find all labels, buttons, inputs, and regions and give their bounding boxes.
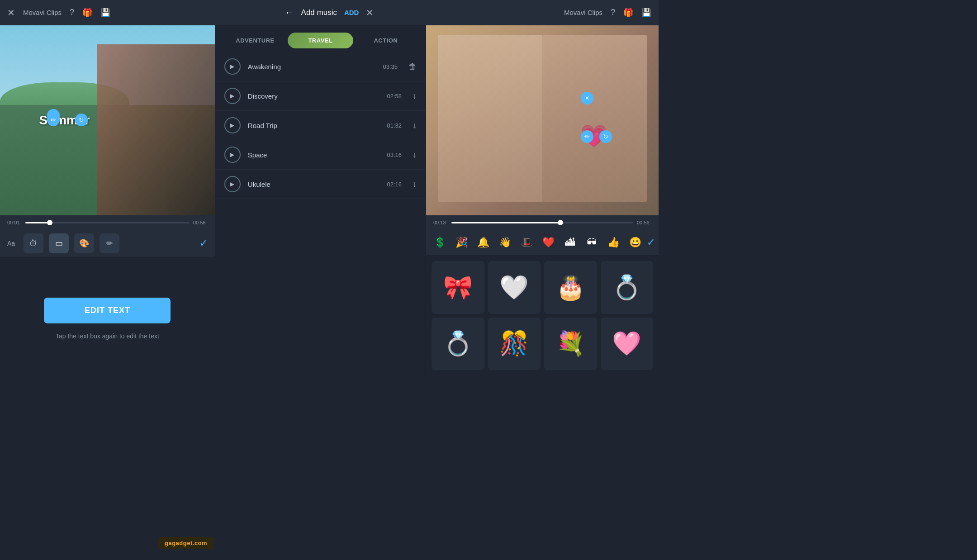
text-box-tool-button[interactable]: ▭ [49, 233, 69, 253]
gift-icon-left[interactable]: 🎁 [82, 8, 92, 18]
music-list: ▶ Awakening 03:35 🗑 ▶ Discovery 02:58 ↓ … [215, 48, 426, 380]
edit-text-hint: Tap the text box again to edit the text [56, 332, 159, 340]
remove-sticker-button[interactable]: ✕ [581, 92, 593, 104]
party-sticker-icon[interactable]: 🎉 [451, 233, 471, 252]
sticker-grid: 🎀 🤍 🎂 💍 💍 🎊 💐 🩷 [426, 256, 659, 380]
track-duration: 02:58 [385, 93, 402, 100]
play-space-button[interactable]: ▶ [224, 147, 241, 163]
gift-icon-right[interactable]: 🎁 [623, 8, 633, 18]
timeline-bar[interactable] [25, 222, 190, 223]
main-content: Summer ✕ ✏ ↻ 00:01 00:56 Aa ⏱ ▭ 🎨 ✏ ✓ E [0, 25, 659, 380]
sticker-bouquet[interactable]: 💐 [544, 318, 597, 370]
tab-adventure[interactable]: ADVENTURE [223, 33, 288, 48]
music-tabs: ADVENTURE TRAVEL ACTION [215, 25, 426, 48]
download-track-icon[interactable]: ↓ [413, 91, 417, 101]
list-item[interactable]: ▶ Space 03:16 ↓ [215, 140, 426, 170]
top-bar-center: ← Add music ADD ✕ [222, 7, 437, 18]
person-silhouette [97, 44, 215, 215]
sticker-bow[interactable]: 🎀 [432, 261, 484, 314]
confirm-sticker-button[interactable]: ✓ [647, 237, 655, 248]
download-track-icon[interactable]: ↓ [413, 150, 417, 160]
dollar-sticker-icon[interactable]: 💲 [430, 233, 450, 252]
sticker-cake[interactable]: 🎂 [544, 261, 597, 314]
add-music-button[interactable]: ADD [344, 9, 359, 16]
right-panel: 💗 ✕ ✏ ↻ 00:13 00:56 💲 🎉 🔔 👋 🎩 ❤️ 🏙 🕶 [426, 25, 659, 380]
hello-sticker-icon[interactable]: 👋 [495, 233, 515, 252]
center-panel: ADVENTURE TRAVEL ACTION ▶ Awakening 03:3… [215, 25, 426, 380]
list-item[interactable]: ▶ Awakening 03:35 🗑 [215, 52, 426, 81]
sticker-heart[interactable]: 🤍 [488, 261, 541, 314]
sticker-pennant[interactable]: 🎊 [488, 318, 541, 370]
delete-track-icon[interactable]: 🗑 [408, 62, 417, 71]
right-timeline-bar[interactable] [451, 222, 633, 223]
list-item[interactable]: ▶ Discovery 02:58 ↓ [215, 81, 426, 111]
close-music-icon[interactable]: ✕ [366, 7, 374, 18]
right-timeline-progress [451, 222, 560, 223]
back-icon[interactable]: ← [285, 7, 294, 18]
close-left-icon[interactable]: ✕ [7, 7, 15, 18]
play-awakening-button[interactable]: ▶ [224, 58, 241, 75]
right-timeline-end: 00:56 [637, 220, 651, 225]
right-timeline-scrubber[interactable] [558, 220, 563, 225]
top-bar-left: ✕ Movavi Clips ? 🎁 💾 [7, 7, 222, 18]
person-right [542, 35, 647, 202]
list-item[interactable]: ▶ Road Trip 01:32 ↓ [215, 111, 426, 140]
play-discovery-button[interactable]: ▶ [224, 88, 241, 104]
right-video-preview: 💗 ✕ ✏ ↻ [426, 25, 659, 215]
text-tool-label: Aa [7, 240, 18, 247]
help-icon-left[interactable]: ? [70, 8, 74, 17]
track-title: Ukulele [248, 180, 378, 188]
sunglasses-sticker-icon[interactable]: 🕶 [582, 233, 602, 252]
track-duration: 03:35 [381, 63, 398, 70]
timeline-progress [25, 222, 50, 223]
sticker-toolbar: 💲 🎉 🔔 👋 🎩 ❤️ 🏙 🕶 👍 😀 ✓ [426, 230, 659, 256]
help-icon-right[interactable]: ? [611, 8, 615, 17]
page-title: Add music [301, 8, 337, 17]
bells-sticker-icon[interactable]: 🔔 [473, 233, 493, 252]
left-timeline: 00:01 00:56 [0, 215, 215, 230]
left-toolbar: Aa ⏱ ▭ 🎨 ✏ ✓ [0, 230, 215, 257]
track-title: Awakening [248, 63, 374, 71]
sticker-ring[interactable]: 💍 [601, 261, 654, 314]
top-bar-right: Movavi Clips ? 🎁 💾 [436, 8, 651, 18]
hat-sticker-icon[interactable]: 🎩 [517, 233, 536, 252]
track-duration: 01:32 [385, 122, 402, 129]
tab-action[interactable]: ACTION [353, 33, 418, 48]
track-title: Space [248, 151, 378, 159]
save-icon-right[interactable]: 💾 [641, 8, 651, 18]
left-panel: Summer ✕ ✏ ↻ 00:01 00:56 Aa ⏱ ▭ 🎨 ✏ ✓ E [0, 25, 215, 380]
thumbsup-sticker-icon[interactable]: 👍 [603, 233, 623, 252]
color-tool-button[interactable]: 🎨 [74, 233, 94, 253]
emoji-sticker-icon[interactable]: 😀 [625, 233, 645, 252]
play-ukulele-button[interactable]: ▶ [224, 176, 241, 192]
left-video-preview: Summer ✕ ✏ ↻ [0, 25, 215, 215]
app-title-right: Movavi Clips [564, 9, 602, 16]
city-sticker-icon[interactable]: 🏙 [560, 233, 580, 252]
sticker-pinkheart[interactable]: 🩷 [601, 318, 654, 370]
rotate-overlay-button[interactable]: ↻ [75, 114, 88, 126]
download-track-icon[interactable]: ↓ [413, 121, 417, 130]
heart-sticker-icon[interactable]: ❤️ [538, 233, 558, 252]
play-roadtrip-button[interactable]: ▶ [224, 117, 241, 133]
right-timeline: 00:13 00:56 [426, 215, 659, 230]
download-track-icon[interactable]: ↓ [413, 180, 417, 189]
list-item[interactable]: ▶ Ukulele 02:16 ↓ [215, 170, 426, 199]
edit-text-section: EDIT TEXT Tap the text box again to edit… [0, 257, 215, 380]
timer-tool-button[interactable]: ⏱ [24, 233, 43, 253]
edit-text-button[interactable]: EDIT TEXT [44, 298, 171, 323]
edit-overlay-button[interactable]: ✏ [47, 114, 60, 126]
draw-tool-button[interactable]: ✏ [100, 233, 119, 253]
top-bar: ✕ Movavi Clips ? 🎁 💾 ← Add music ADD ✕ M… [0, 0, 659, 25]
tab-travel[interactable]: TRAVEL [288, 33, 353, 48]
confirm-text-button[interactable]: ✓ [199, 237, 208, 249]
save-icon-left[interactable]: 💾 [100, 8, 110, 18]
app-title-left: Movavi Clips [23, 9, 62, 16]
sticker-ring2[interactable]: 💍 [432, 318, 484, 370]
right-timeline-start: 00:13 [433, 220, 448, 225]
person-left [438, 35, 542, 202]
timeline-scrubber[interactable] [47, 220, 52, 225]
timeline-end-label: 00:56 [193, 220, 208, 225]
track-title: Road Trip [248, 122, 378, 129]
track-duration: 03:16 [385, 152, 402, 158]
timeline-start-label: 00:01 [7, 220, 22, 225]
